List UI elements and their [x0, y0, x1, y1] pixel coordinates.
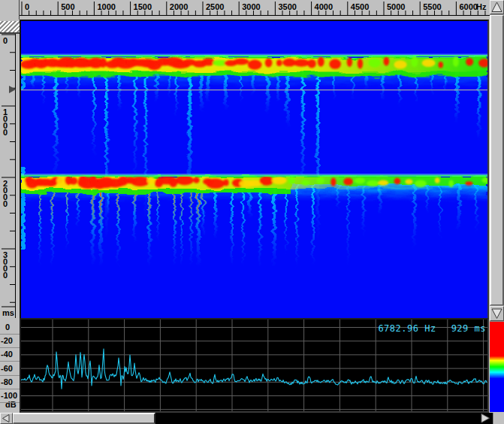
db-scale-separator: [0, 347, 20, 348]
left-time-ruler: 0100020003000 ms: [0, 20, 20, 318]
svg-text:0: 0: [25, 2, 29, 11]
db-scale-separator: [0, 389, 20, 389]
svg-text:4000: 4000: [315, 2, 333, 11]
left-ruler-unit-label: ms: [2, 308, 14, 317]
top-frequency-ruler: 0500100015002000250030003500400045005000…: [0, 0, 504, 20]
ruler-resize-handle[interactable]: [0, 21, 20, 34]
svg-text:0: 0: [3, 128, 8, 137]
svg-text:2000: 2000: [170, 2, 188, 11]
db-scale-label: -40: [1, 350, 19, 359]
svg-text:6000: 6000: [459, 2, 477, 11]
db-scale-label: -20: [1, 337, 19, 345]
time-cursor-line: [21, 89, 487, 90]
svg-text:2500: 2500: [206, 2, 224, 11]
db-scale-label: -100: [1, 392, 19, 400]
db-scale-label: -60: [1, 365, 19, 373]
svg-text:5000: 5000: [387, 2, 405, 11]
svg-text:1000: 1000: [97, 2, 115, 11]
time-cursor-marker[interactable]: [9, 86, 16, 93]
scroll-left-button[interactable]: [0, 413, 13, 424]
spectrogram-display[interactable]: [20, 20, 489, 320]
scroll-right-button[interactable]: [478, 413, 493, 424]
svg-text:0: 0: [3, 36, 8, 45]
db-scale: dB 0-20-40-60-80-100: [0, 320, 20, 411]
horizontal-scrollbar-track[interactable]: [155, 413, 493, 424]
svg-text:5500: 5500: [423, 2, 441, 11]
db-scale-separator: [0, 375, 20, 376]
arrow-down-icon: [492, 309, 502, 319]
spectrogram-app-window: 0500100015002000250030003500400045005000…: [0, 0, 504, 424]
svg-text:500: 500: [61, 2, 74, 11]
ruler-corner-box: [0, 0, 20, 20]
vertical-scrollbar-thumb[interactable]: [490, 15, 504, 305]
top-ruler-unit-label: Hz: [476, 2, 487, 11]
db-scale-separator: [0, 361, 20, 362]
svg-text:1500: 1500: [134, 2, 152, 11]
readout-time: 929 ms: [451, 323, 486, 334]
db-scale-separator: [0, 334, 20, 335]
left-ruler-ticks: 0100020003000: [2, 21, 16, 318]
scroll-up-button[interactable]: [490, 0, 504, 14]
top-ruler-ticks: 0500100015002000250030003500400045005000…: [20, 2, 490, 16]
db-scale-separator: [0, 402, 20, 403]
horizontal-scrollbar-thumb[interactable]: [13, 413, 155, 424]
readout-frequency: 6782.96 Hz: [378, 323, 436, 334]
svg-text:0: 0: [3, 199, 8, 208]
svg-text:3500: 3500: [278, 2, 296, 11]
db-scale-label: -80: [1, 378, 19, 386]
svg-text:0: 0: [3, 271, 8, 280]
arrow-up-icon: [492, 2, 502, 12]
scroll-down-button[interactable]: [490, 306, 504, 321]
scrollbar-corner: [493, 413, 504, 424]
vertical-scrollbar[interactable]: [490, 0, 504, 322]
svg-text:3000: 3000: [242, 2, 260, 11]
colormap-legend-bar: [490, 322, 504, 412]
spectrum-analyzer-panel[interactable]: 6782.96 Hz 929 ms: [20, 318, 489, 413]
horizontal-scrollbar[interactable]: [0, 413, 504, 424]
arrow-left-icon: [3, 415, 10, 422]
arrow-right-icon: [481, 414, 490, 423]
svg-text:4500: 4500: [351, 2, 369, 11]
